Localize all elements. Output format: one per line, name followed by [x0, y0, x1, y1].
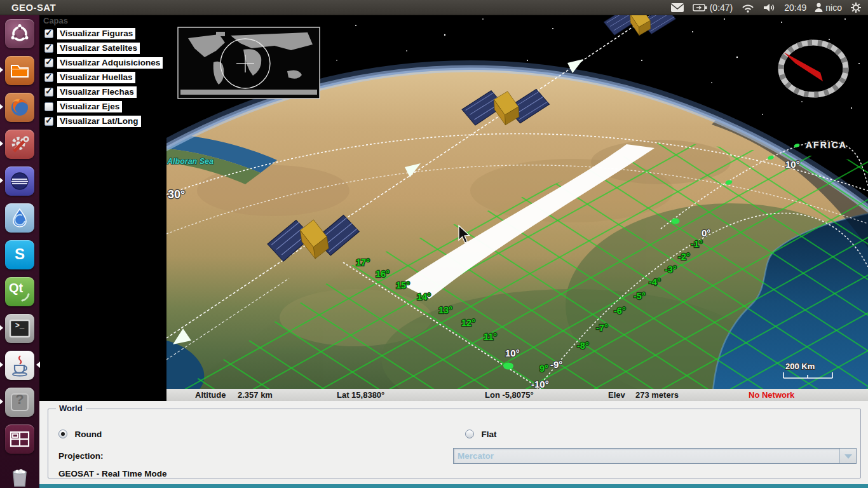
svg-text:13°: 13° — [438, 305, 452, 315]
checkbox-row-flechas[interactable]: ✓ Visualizar Flechas — [44, 86, 166, 98]
projection-label: Projection: — [58, 451, 104, 461]
layers-panel: Capas ✓ Visualizar Figuras ✓ Visualizar … — [39, 15, 166, 401]
dropdown-arrow-icon[interactable] — [839, 449, 856, 463]
unity-launcher: S Qt >_ ? — [0, 15, 39, 488]
checkbox-label: Visualizar Ejes — [57, 101, 122, 112]
flat-radio[interactable] — [465, 430, 474, 438]
svg-text:-7°: -7° — [596, 323, 608, 333]
continent-label-africa: AFRICA — [806, 140, 847, 150]
bottom-accent-bar — [39, 484, 868, 488]
elev-label: Elev — [608, 390, 625, 400]
projection-value: Mercator — [458, 451, 494, 461]
java-icon[interactable] — [5, 351, 34, 380]
user-menu[interactable]: nico — [815, 3, 842, 13]
svg-text:-2°: -2° — [678, 252, 690, 262]
lat-label-0: 0° — [702, 227, 710, 238]
svg-text:15°: 15° — [396, 280, 410, 290]
projection-dropdown[interactable]: Mercator — [453, 448, 857, 464]
app-title: GEO-SAT — [11, 2, 56, 13]
workspace-switcher-icon[interactable] — [5, 424, 34, 454]
globe-3d-view[interactable]: 30° 10° 0° 10° -10° -9° AFRICA Alboran S… — [166, 15, 868, 389]
svg-text:16°: 16° — [376, 269, 390, 279]
svg-text:-3°: -3° — [665, 264, 677, 274]
checkbox-figuras[interactable]: ✓ — [44, 29, 53, 38]
checkbox-row-adquisiciones[interactable]: ✓ Visualizar Adquisiciones — [44, 57, 166, 69]
qt-creator-icon[interactable]: Qt — [5, 277, 34, 306]
eclipse-icon[interactable] — [5, 166, 34, 196]
svg-text:-4°: -4° — [649, 277, 661, 287]
round-radio[interactable] — [58, 430, 67, 438]
status-bar: Altitude 2.357 km Lat 15,8380° Lon -5,80… — [166, 389, 868, 401]
battery-time: (0:47) — [710, 3, 733, 13]
lat-label-30: 30° — [168, 188, 185, 201]
svg-text:-6°: -6° — [614, 306, 626, 316]
lat-value: Lat 15,8380° — [337, 390, 384, 400]
elev-value: 273 meters — [635, 390, 679, 400]
ubuntu-dash-icon[interactable] — [5, 19, 34, 48]
altitude-value: 2.357 km — [238, 390, 273, 400]
layers-panel-title: Capas — [43, 16, 166, 25]
checkbox-row-satelites[interactable]: ✓ Visualizar Satelites — [44, 43, 166, 54]
checkbox-huellas[interactable]: ✓ — [44, 73, 53, 82]
scale-label: 200 Km — [785, 362, 815, 371]
track-label-m9: -9° — [550, 359, 562, 370]
svg-text:14°: 14° — [417, 292, 431, 302]
round-label: Round — [74, 430, 102, 439]
round-radio-option[interactable]: Round — [58, 428, 102, 439]
mode-status-text: GEOSAT - Real Time Mode — [58, 469, 167, 478]
user-name: nico — [825, 3, 842, 13]
world-groupbox-title: World — [56, 403, 86, 413]
checkbox-ejes[interactable]: ✓ — [44, 102, 53, 111]
svg-text:11°: 11° — [484, 332, 497, 342]
svg-text:12°: 12° — [461, 318, 475, 328]
session-gear-icon[interactable] — [850, 2, 862, 13]
world-groupbox: World Round Flat Projection: Mercator GE… — [48, 409, 861, 478]
checkbox-row-ejes[interactable]: ✓ Visualizar Ejes — [44, 101, 166, 112]
track-label-m10: -10° — [531, 379, 549, 389]
mail-icon[interactable] — [670, 3, 684, 13]
world-map-inset[interactable] — [178, 27, 320, 98]
altitude-label: Altitude — [195, 390, 226, 400]
deluge-icon[interactable] — [5, 203, 34, 233]
svg-text:-1°: -1° — [691, 239, 703, 249]
help-app-icon[interactable]: ? — [5, 388, 34, 417]
checkbox-latlong[interactable]: ✓ — [44, 117, 53, 126]
top-panel: GEO-SAT (0:47) 20:49 nico — [0, 0, 868, 15]
system-settings-icon[interactable] — [5, 130, 34, 159]
firefox-icon[interactable] — [5, 93, 34, 122]
volume-icon[interactable] — [763, 3, 776, 13]
checkbox-label: Visualizar Figuras — [57, 28, 135, 39]
terminal-icon[interactable]: >_ — [5, 314, 34, 343]
clock[interactable]: 20:49 — [784, 3, 806, 13]
skype-glyph: S — [5, 245, 34, 263]
svg-text:9°: 9° — [539, 363, 548, 374]
flat-label: Flat — [481, 430, 496, 439]
checkbox-satelites[interactable]: ✓ — [44, 44, 53, 53]
trash-icon[interactable] — [5, 461, 34, 488]
skype-icon[interactable]: S — [5, 240, 34, 269]
checkbox-label: Visualizar Huellas — [57, 72, 135, 83]
lon-value: Lon -5,8075° — [485, 390, 534, 400]
wifi-icon[interactable] — [741, 3, 755, 13]
globe-scene: 30° 10° 0° 10° -10° -9° AFRICA Alboran S… — [166, 15, 868, 389]
checkbox-row-latlong[interactable]: ✓ Visualizar Lat/Long — [44, 116, 166, 127]
help-glyph: ? — [5, 391, 34, 408]
checkbox-row-figuras[interactable]: ✓ Visualizar Figuras — [44, 28, 166, 39]
sea-label: Alboran Sea — [166, 157, 214, 166]
checkbox-flechas[interactable]: ✓ — [44, 88, 53, 97]
files-icon[interactable] — [5, 56, 34, 85]
checkbox-label: Visualizar Lat/Long — [57, 116, 141, 127]
network-status: No Network — [749, 390, 794, 400]
svg-text:-8°: -8° — [577, 341, 589, 351]
lat-label-10-right: 10° — [785, 159, 800, 170]
checkbox-adquisiciones[interactable]: ✓ — [44, 58, 53, 67]
checkbox-row-huellas[interactable]: ✓ Visualizar Huellas — [44, 72, 166, 83]
checkbox-label: Visualizar Satelites — [57, 43, 140, 54]
terminal-glyph: >_ — [5, 322, 34, 330]
svg-text:17°: 17° — [356, 257, 370, 268]
svg-text:-5°: -5° — [634, 291, 646, 301]
flat-radio-option[interactable]: Flat — [465, 428, 496, 440]
battery-icon[interactable]: (0:47) — [693, 3, 733, 13]
system-tray: (0:47) 20:49 nico — [670, 2, 868, 13]
checkbox-label: Visualizar Adquisiciones — [57, 57, 163, 69]
